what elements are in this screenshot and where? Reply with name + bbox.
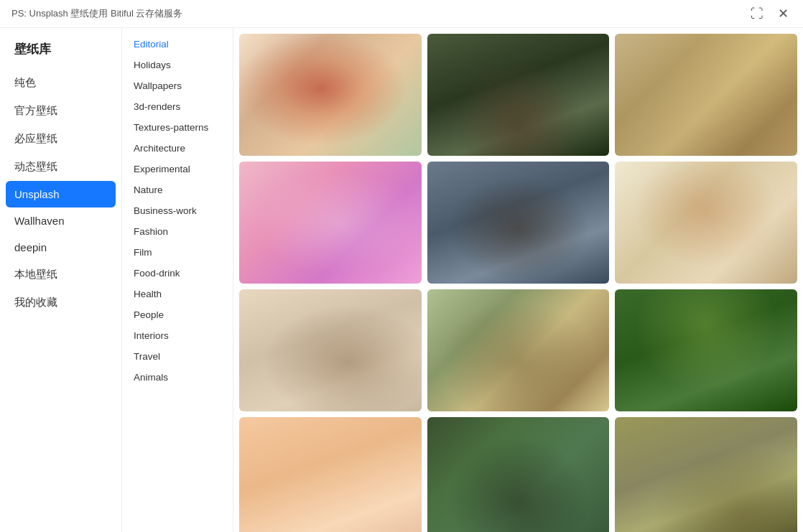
gallery-item-img4[interactable] — [239, 162, 422, 284]
category-item-editorial[interactable]: Editorial — [122, 34, 233, 55]
gallery-area: 加载更多 — [233, 28, 803, 532]
sidebar-item-favorites[interactable]: 我的收藏 — [0, 289, 121, 317]
title-bar: PS: Unsplash 壁纸使用 Bitiful 云存储服务 ⛶ ✕ — [0, 0, 803, 28]
gallery-item-img5[interactable] — [427, 162, 610, 284]
category-item-people[interactable]: People — [122, 304, 233, 325]
sidebar-item-local[interactable]: 本地壁纸 — [0, 261, 121, 289]
sidebar-item-pure-color[interactable]: 纯色 — [0, 69, 121, 97]
gallery-item-img9[interactable] — [615, 289, 797, 411]
category-item-wallpapers[interactable]: Wallpapers — [122, 75, 233, 96]
category-item-3d-renders[interactable]: 3d-renders — [122, 96, 233, 117]
category-item-textures[interactable]: Textures-patterns — [122, 117, 233, 138]
category-item-holidays[interactable]: Holidays — [122, 55, 233, 75]
notice-text: PS: Unsplash 壁纸使用 Bitiful 云存储服务 — [11, 7, 182, 20]
category-item-fashion[interactable]: Fashion — [122, 221, 233, 242]
category-item-film[interactable]: Film — [122, 242, 233, 263]
category-panel: EditorialHolidaysWallpapers3d-rendersTex… — [122, 28, 233, 532]
sidebar: 壁纸库 纯色官方壁纸必应壁纸动态壁纸UnsplashWallhavendeepi… — [0, 28, 122, 532]
sidebar-item-wallhaven[interactable]: Wallhaven — [0, 207, 121, 234]
main-layout: 壁纸库 纯色官方壁纸必应壁纸动态壁纸UnsplashWallhavendeepi… — [0, 28, 803, 532]
category-item-nature[interactable]: Nature — [122, 179, 233, 200]
gallery-item-img8[interactable] — [427, 289, 610, 411]
sidebar-item-official[interactable]: 官方壁纸 — [0, 97, 121, 125]
close-button[interactable]: ✕ — [775, 6, 792, 22]
gallery-item-img12[interactable] — [615, 417, 797, 532]
expand-button[interactable]: ⛶ — [748, 6, 766, 22]
gallery-item-img10[interactable] — [239, 417, 422, 532]
sidebar-item-dynamic[interactable]: 动态壁纸 — [0, 153, 121, 181]
sidebar-item-must-have[interactable]: 必应壁纸 — [0, 125, 121, 153]
gallery-grid — [239, 34, 797, 532]
window-controls: ⛶ ✕ — [748, 6, 792, 22]
category-item-food-drink[interactable]: Food-drink — [122, 263, 233, 284]
gallery-item-img1[interactable] — [239, 34, 422, 156]
category-item-architecture[interactable]: Architecture — [122, 138, 233, 159]
category-item-business[interactable]: Business-work — [122, 200, 233, 221]
sidebar-title: 壁纸库 — [0, 34, 121, 69]
content-area: EditorialHolidaysWallpapers3d-rendersTex… — [122, 28, 803, 532]
category-item-interiors[interactable]: Interiors — [122, 325, 233, 346]
gallery-item-img3[interactable] — [615, 34, 797, 156]
sidebar-item-unsplash[interactable]: Unsplash — [6, 181, 116, 207]
category-item-health[interactable]: Health — [122, 284, 233, 304]
gallery-item-img11[interactable] — [427, 417, 610, 532]
gallery-item-img6[interactable] — [615, 162, 797, 284]
sidebar-item-deepin[interactable]: deepin — [0, 234, 121, 261]
gallery-item-img7[interactable] — [239, 289, 422, 411]
gallery-item-img2[interactable] — [427, 34, 610, 156]
category-item-experimental[interactable]: Experimental — [122, 159, 233, 179]
category-item-travel[interactable]: Travel — [122, 346, 233, 367]
category-item-animals[interactable]: Animals — [122, 367, 233, 388]
